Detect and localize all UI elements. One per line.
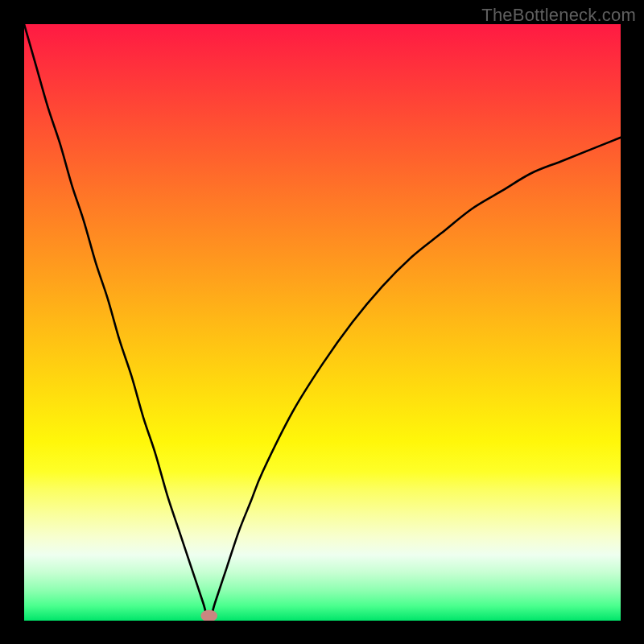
watermark-text: TheBottleneck.com: [481, 5, 636, 26]
chart-svg: [24, 24, 621, 621]
